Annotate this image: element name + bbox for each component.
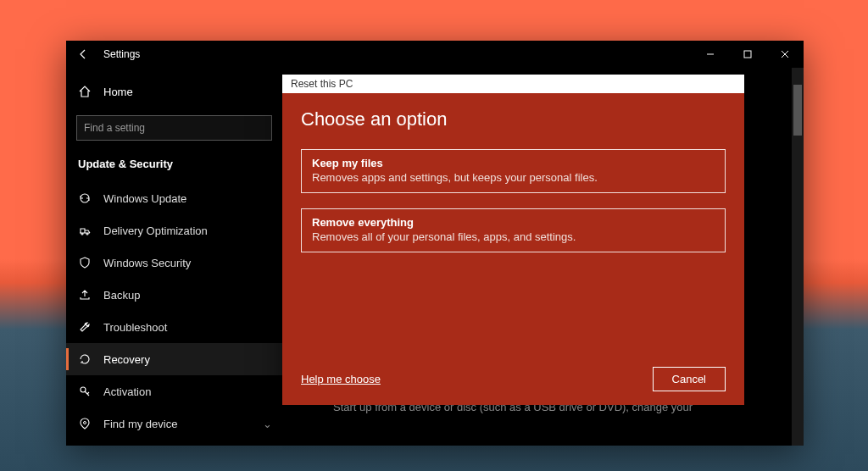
window-title: Settings	[103, 48, 140, 60]
sidebar-item-backup[interactable]: Backup	[66, 279, 282, 311]
reset-pc-dialog: Reset this PC Choose an option Keep my f…	[282, 75, 744, 405]
home-icon	[78, 85, 92, 98]
option-desc: Removes apps and settings, but keeps you…	[312, 171, 715, 184]
sidebar-item-label: Find my device	[103, 418, 177, 430]
sidebar-home[interactable]: Home	[66, 76, 282, 107]
back-button[interactable]	[66, 41, 100, 68]
sidebar-item-label: Activation	[103, 385, 151, 398]
help-me-choose-link[interactable]: Help me choose	[301, 373, 381, 385]
location-icon	[78, 417, 92, 430]
sidebar-item-label: Recovery	[103, 353, 150, 366]
search-placeholder: Find a setting	[84, 122, 145, 134]
dialog-header: Reset this PC	[282, 75, 744, 93]
cancel-button[interactable]: Cancel	[653, 367, 726, 391]
maximize-button[interactable]	[729, 41, 766, 68]
recovery-icon	[78, 352, 92, 366]
svg-point-3	[84, 422, 86, 424]
sidebar-item-find-my-device[interactable]: Find my device ⌄	[66, 407, 282, 440]
dialog-header-title: Reset this PC	[291, 78, 353, 90]
close-button[interactable]	[766, 41, 804, 68]
dialog-body: Choose an option Keep my files Removes a…	[282, 93, 744, 405]
sidebar-item-recovery[interactable]: Recovery	[66, 343, 282, 375]
svg-rect-1	[744, 51, 751, 58]
option-title: Keep my files	[312, 157, 715, 169]
sidebar-item-label: Delivery Optimization	[103, 224, 208, 237]
sidebar-section-label: Update & Security	[66, 152, 282, 182]
option-keep-my-files[interactable]: Keep my files Removes apps and settings,…	[301, 149, 726, 193]
titlebar: Settings	[66, 41, 804, 68]
sidebar-item-troubleshoot[interactable]: Troubleshoot	[66, 311, 282, 343]
delivery-icon	[78, 224, 92, 237]
sidebar-item-label: Windows Security	[103, 257, 191, 269]
sidebar: Home Find a setting Update & Security Wi…	[66, 68, 282, 446]
sidebar-home-label: Home	[103, 86, 133, 98]
scrollbar[interactable]	[792, 68, 804, 446]
wrench-icon	[78, 320, 92, 334]
option-remove-everything[interactable]: Remove everything Removes all of your pe…	[301, 208, 726, 252]
sidebar-item-windows-security[interactable]: Windows Security	[66, 247, 282, 279]
dialog-title: Choose an option	[301, 108, 726, 130]
minimize-button[interactable]	[692, 41, 729, 68]
scrollbar-thumb[interactable]	[793, 85, 802, 136]
sidebar-item-windows-update[interactable]: Windows Update	[66, 182, 282, 214]
sidebar-item-label: Backup	[103, 289, 140, 302]
key-icon	[78, 385, 92, 398]
sidebar-item-label: Troubleshoot	[103, 321, 167, 334]
sidebar-item-label: Windows Update	[103, 192, 186, 205]
shield-icon	[78, 256, 92, 269]
option-desc: Removes all of your personal files, apps…	[312, 230, 715, 243]
sync-icon	[78, 191, 92, 205]
sidebar-item-activation[interactable]: Activation	[66, 375, 282, 407]
sidebar-item-delivery-optimization[interactable]: Delivery Optimization	[66, 214, 282, 247]
dialog-footer: Help me choose Cancel	[301, 367, 726, 391]
chevron-down-icon: ⌄	[263, 418, 272, 430]
settings-window: Settings Home Find a setting	[66, 41, 804, 446]
backup-icon	[78, 288, 92, 302]
search-input[interactable]: Find a setting	[76, 115, 272, 141]
option-title: Remove everything	[312, 216, 715, 229]
window-controls	[692, 41, 804, 68]
